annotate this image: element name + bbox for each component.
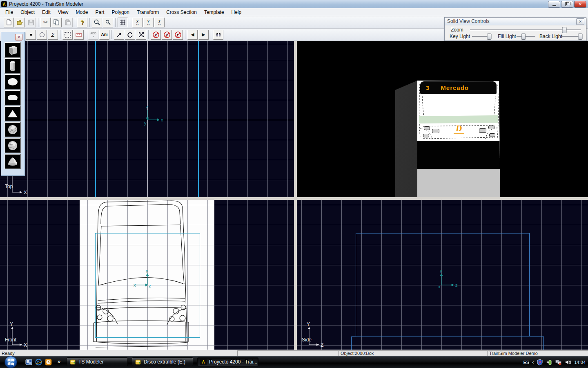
- ruler-button[interactable]: [74, 30, 84, 40]
- back-light-thumb[interactable]: [578, 34, 582, 40]
- antivirus-shield-icon[interactable]: V: [537, 359, 543, 366]
- minimize-button[interactable]: [548, 1, 560, 8]
- key-light-thumb[interactable]: [487, 34, 492, 40]
- panel-title[interactable]: Solid View Controls: [445, 18, 586, 25]
- cut-icon: ✂: [43, 19, 48, 25]
- cut-button[interactable]: ✂: [40, 18, 51, 27]
- toolbar-separator: [60, 30, 60, 39]
- start-button[interactable]: [4, 355, 18, 368]
- panel-close-button[interactable]: ✕: [576, 18, 584, 25]
- show-desktop-icon[interactable]: [25, 359, 32, 366]
- toolbar-separator: [86, 30, 86, 39]
- scale-button[interactable]: [136, 30, 146, 40]
- taskbar-button-ts-modeler[interactable]: TS Modeler: [67, 357, 128, 366]
- tray-clock[interactable]: 14:04: [574, 360, 586, 365]
- lock-z-button[interactable]: z: [173, 30, 183, 40]
- fill-light-slider[interactable]: [517, 36, 535, 37]
- shape-tool-ball[interactable]: [4, 138, 21, 153]
- removable-disk-icon: [69, 359, 76, 365]
- lock-y-icon: y: [164, 31, 170, 38]
- taskbar-button-proyecto-4200[interactable]: Λ Proyecto 4200 - Trai...: [197, 357, 258, 366]
- viewport-solid-3d[interactable]: 3 Mercado D: [297, 41, 588, 197]
- volume-icon[interactable]: [565, 359, 571, 366]
- new-icon: [6, 19, 12, 25]
- x-axis-button[interactable]: x↔: [132, 18, 143, 27]
- zoom-in-button[interactable]: [92, 18, 102, 27]
- menu-mode[interactable]: Mode: [72, 9, 92, 16]
- save-button[interactable]: [26, 18, 36, 27]
- lock-x-button[interactable]: x: [151, 30, 161, 40]
- zoom-slider-thumb[interactable]: [562, 27, 567, 33]
- menu-part[interactable]: Part: [92, 9, 108, 16]
- open-button[interactable]: [15, 18, 25, 27]
- menu-cross-section[interactable]: Cross Section: [163, 9, 200, 16]
- selection-box[interactable]: [95, 233, 200, 338]
- menu-edit[interactable]: Edit: [38, 9, 54, 16]
- shape-tool-capsule[interactable]: [4, 90, 21, 105]
- grid-toggle-button[interactable]: [118, 18, 128, 27]
- tray-language[interactable]: ES: [523, 360, 529, 365]
- viewport-side[interactable]: y x z Y Side Z: [297, 200, 588, 350]
- shape-tool-cone[interactable]: [4, 106, 21, 121]
- taskbar-button-disco-extraible[interactable]: Disco extraíble (E:): [132, 357, 193, 366]
- vertical-splitter[interactable]: [294, 41, 297, 350]
- menu-template[interactable]: Template: [200, 9, 228, 16]
- zoom-out-button[interactable]: [103, 18, 113, 27]
- shape-tool-box[interactable]: [4, 42, 21, 58]
- fill-light-thumb[interactable]: [521, 34, 526, 40]
- viewport-top[interactable]: z y x Top X: [0, 41, 294, 197]
- move-button[interactable]: [114, 30, 124, 40]
- zoom-slider[interactable]: [470, 29, 581, 31]
- paste-button[interactable]: [62, 18, 73, 27]
- lock-y-button[interactable]: y: [162, 30, 172, 40]
- menu-polygon[interactable]: Polygon: [108, 9, 133, 16]
- cross-section-button[interactable]: Σ: [48, 30, 58, 40]
- box-wireframe[interactable]: [356, 233, 530, 336]
- restore-button[interactable]: [561, 1, 573, 8]
- z-axis-button[interactable]: z↔: [154, 18, 165, 27]
- viewport-front[interactable]: x y z Y Front X: [0, 200, 294, 350]
- new-button[interactable]: [4, 18, 14, 27]
- media-clock-icon[interactable]: [45, 359, 52, 366]
- shape-tool-cylinder[interactable]: [4, 58, 21, 74]
- shape-tool-dome[interactable]: [4, 154, 21, 169]
- menu-file[interactable]: File: [2, 9, 17, 16]
- help-button[interactable]: ?: [77, 18, 87, 27]
- y-axis-button[interactable]: y↔: [143, 18, 154, 27]
- toolbar-separator: [111, 30, 112, 39]
- circle-button[interactable]: [37, 30, 47, 40]
- rotate-button[interactable]: [125, 30, 135, 40]
- add-button[interactable]: ADD: [88, 30, 98, 40]
- quick-launch-overflow[interactable]: »: [58, 358, 60, 364]
- bus-front-face: 3 Mercado D: [417, 81, 500, 197]
- menu-help[interactable]: Help: [228, 9, 245, 16]
- headlight: [479, 128, 486, 133]
- restore-icon: [565, 2, 569, 6]
- close-button[interactable]: ✕: [574, 1, 586, 8]
- tray-chevron[interactable]: ‹: [532, 359, 534, 365]
- horizontal-splitter[interactable]: [0, 197, 588, 200]
- shape-tool-geosphere[interactable]: [4, 122, 21, 137]
- back-light-slider[interactable]: [562, 36, 581, 37]
- palette-close-button[interactable]: ✕: [15, 34, 22, 40]
- network-status-icon[interactable]: [555, 359, 562, 366]
- menu-transform[interactable]: Transform: [133, 9, 163, 16]
- box-wireframe-lower: [351, 337, 544, 350]
- copy-button[interactable]: [51, 18, 62, 27]
- shape-tool-sphere[interactable]: [4, 74, 21, 90]
- next-icon: ▶: [202, 32, 205, 37]
- select-rect-button[interactable]: [62, 30, 73, 40]
- ani-button[interactable]: Ani: [99, 30, 109, 40]
- power-plug-icon[interactable]: [546, 359, 552, 366]
- svg-text:Y: Y: [10, 322, 13, 327]
- title-bar[interactable]: Λ Proyecto 4200 - TrainSim Modeler ✕: [0, 0, 588, 9]
- internet-explorer-icon[interactable]: e: [35, 359, 42, 366]
- key-light-slider[interactable]: [472, 36, 491, 37]
- find-button[interactable]: [213, 30, 223, 40]
- menu-object[interactable]: Object: [17, 9, 38, 16]
- zoom-in-icon: [94, 19, 100, 25]
- next-button[interactable]: ▶: [198, 30, 209, 40]
- point-button[interactable]: [26, 30, 36, 40]
- prev-button[interactable]: ◀: [187, 30, 198, 40]
- menu-view[interactable]: View: [54, 9, 72, 16]
